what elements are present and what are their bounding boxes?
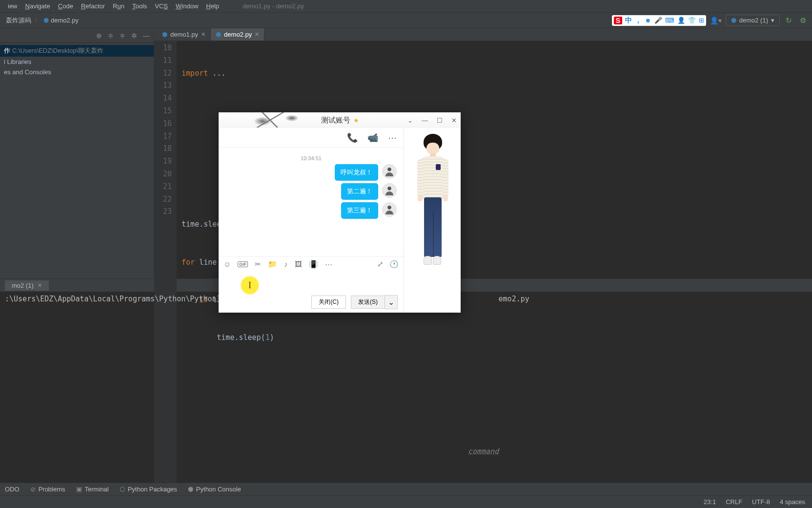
call-icon[interactable]: 📞 [347, 132, 358, 143]
image-icon[interactable]: 🖼 [295, 260, 302, 268]
menu-help[interactable]: Help [202, 1, 223, 11]
line-number: 13 [163, 80, 172, 92]
minimize-icon[interactable]: — [143, 32, 150, 40]
qq-close-button[interactable]: 关闭(C) [311, 296, 346, 309]
breadcrumb-file-label: demo2.py [51, 17, 79, 24]
send-dropdown-icon[interactable]: ⌄ [385, 295, 398, 309]
emoji-icon[interactable]: ☺ [223, 260, 231, 268]
scissors-icon[interactable]: ✂ [255, 260, 261, 269]
terminal-tool[interactable]: ▣Terminal [76, 486, 109, 493]
close-icon[interactable]: ✕ [451, 117, 457, 124]
code-text: line [195, 258, 221, 267]
qq-message-bubble[interactable]: 第三遍！ [341, 202, 378, 219]
breadcrumb-file[interactable]: ⬢ demo2.py [41, 17, 81, 24]
packages-tool[interactable]: ⬡Python Packages [120, 486, 177, 493]
console-label: Python Console [196, 486, 241, 493]
qq-chat-window[interactable]: 测试账号 ★ ⌄ — ☐ ✕ 📞 📹 ⋯ 10:34:51 呼叫龙叔！ 第二遍！ [219, 112, 461, 313]
close-icon[interactable]: ✕ [38, 282, 42, 289]
expand-icon[interactable]: ≑ [108, 32, 114, 40]
menu-view[interactable]: iew [4, 1, 21, 11]
run-tab-label: mo2 (1) [12, 282, 34, 289]
menu-window[interactable]: Window [172, 1, 202, 11]
avatar-icon[interactable] [382, 202, 397, 217]
menu-tools[interactable]: Tools [128, 1, 151, 11]
console-text-end: emo2.py [499, 295, 529, 303]
qq-message-bubble[interactable]: 第二遍！ [341, 183, 378, 200]
breadcrumb-folder[interactable]: 轰炸源码 [4, 16, 33, 25]
warning-icon: ⊘ [30, 486, 36, 493]
qq-send-button[interactable]: 发送(S) [351, 296, 385, 309]
menu-vcs[interactable]: VCS [151, 1, 172, 11]
run-config-selector[interactable]: ⬢ demo2 (1) ▾ [726, 15, 780, 26]
music-icon[interactable]: ♪ [284, 260, 288, 268]
menu-code[interactable]: Code [54, 1, 77, 11]
folder-icon[interactable]: 📁 [268, 260, 277, 269]
line-number: 22 [163, 193, 172, 206]
line-number: 11 [163, 55, 172, 67]
maximize-icon[interactable]: ☐ [437, 117, 443, 124]
collapse-icon[interactable]: ≑ [120, 32, 125, 40]
qq-messages[interactable]: 10:34:51 呼叫龙叔！ 第二遍！ 第三遍！ [219, 148, 404, 256]
project-tree[interactable]: 作 C:\Users\EDZ\Desktop\聊天轰炸 l Libraries … [0, 43, 154, 79]
code-trail: command [468, 447, 499, 456]
video-icon[interactable]: 📹 [367, 132, 378, 143]
close-icon[interactable]: ✕ [255, 31, 259, 38]
ime-bar[interactable]: S 中 ， ☻ 🎤 ⌨ 👤 👕 ⊞ [612, 15, 706, 26]
code-text: ) [270, 333, 274, 342]
history-icon[interactable]: 🕐 [389, 260, 399, 269]
status-encoding[interactable]: UTF-8 [752, 498, 770, 506]
qq-header[interactable]: 测试账号 ★ ⌄ — ☐ ✕ [219, 112, 461, 128]
python-icon: ⬢ [216, 31, 221, 38]
avatar-figure[interactable] [415, 133, 449, 279]
qq-message-bubble[interactable]: 呼叫龙叔！ [335, 164, 378, 181]
console-tool[interactable]: ⬢Python Console [188, 486, 241, 493]
qq-title-wrap: 测试账号 ★ [321, 116, 359, 125]
status-indent[interactable]: 4 spaces [780, 498, 805, 506]
tree-path[interactable]: 作 C:\Users\EDZ\Desktop\聊天轰炸 [0, 45, 154, 57]
minimize-icon[interactable]: — [422, 117, 428, 124]
menu-run[interactable]: Run [109, 1, 128, 11]
chevron-down-icon[interactable]: ⌄ [407, 117, 413, 124]
run-icon[interactable]: ⚙ [798, 16, 808, 25]
skin-icon: 👕 [688, 17, 696, 24]
rerun-icon[interactable]: ↻ [784, 16, 794, 25]
breadcrumb-sep: 〉 [33, 16, 41, 25]
avatar-icon[interactable] [382, 183, 397, 198]
run-tab[interactable]: mo2 (1) ✕ [5, 280, 49, 291]
more-icon[interactable]: ⋯ [388, 132, 397, 143]
settings-icon[interactable]: ✲ [131, 32, 137, 40]
qq-timestamp: 10:34:51 [225, 155, 397, 161]
target-icon[interactable]: ⊕ [96, 32, 102, 40]
menu-navigate[interactable]: Navigate [21, 1, 54, 11]
close-icon[interactable]: ✕ [201, 31, 205, 38]
avatar-icon[interactable] [382, 164, 397, 179]
line-number: 14 [163, 92, 172, 105]
problems-label: Problems [39, 486, 65, 493]
phone-shake-icon[interactable]: 📳 [309, 260, 318, 269]
status-position[interactable]: 23:1 [704, 498, 716, 506]
project-toolbar: ⊕ ≑ ≑ ✲ — [0, 28, 154, 43]
window-title: demo1.py - demo2.py [243, 2, 304, 10]
tab-demo2[interactable]: ⬢ demo2.py ✕ [211, 28, 264, 41]
tab-demo1[interactable]: ⬢ demo1.py ✕ [157, 28, 211, 41]
todo-tool[interactable]: ODO [5, 486, 20, 493]
tree-libs[interactable]: l Libraries [0, 57, 154, 67]
qq-message-row: 第三遍！ [225, 202, 397, 219]
gif-icon[interactable]: GIF [238, 261, 248, 267]
qq-action-row: 📞 📹 ⋯ [219, 128, 404, 148]
python-icon: ⬢ [188, 486, 193, 493]
expand-icon[interactable]: ⤢ [377, 260, 384, 269]
python-icon: ⬢ [162, 31, 167, 38]
project-panel: ⊕ ≑ ≑ ✲ — 作 C:\Users\EDZ\Desktop\聊天轰炸 l … [0, 28, 154, 278]
ime-logo: S [614, 17, 622, 24]
tree-path-label: C:\Users\EDZ\Desktop\聊天轰炸 [12, 46, 103, 55]
status-line-ending[interactable]: CRLF [726, 498, 742, 506]
star-icon[interactable]: ★ [353, 117, 359, 124]
ellipsis-icon[interactable]: ⋯ [325, 260, 332, 269]
problems-tool[interactable]: ⊘Problems [30, 486, 65, 493]
menu-refactor[interactable]: Refactor [77, 1, 109, 11]
mic-icon: 🎤 [654, 17, 662, 24]
user-icon[interactable]: 👤▾ [710, 17, 722, 24]
tree-consoles[interactable]: es and Consoles [0, 67, 154, 77]
qq-input-area[interactable]: I [219, 272, 404, 291]
